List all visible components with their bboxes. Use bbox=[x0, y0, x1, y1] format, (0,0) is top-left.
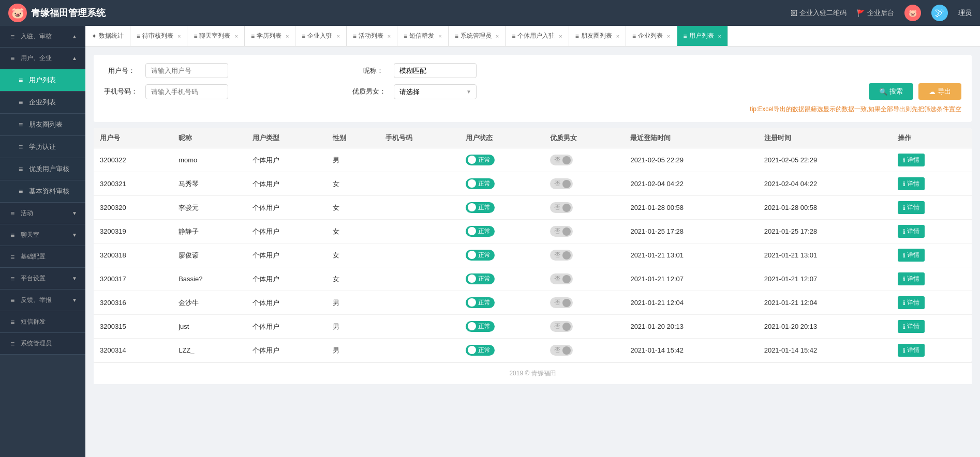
status-toggle[interactable]: 正常 bbox=[466, 155, 495, 165]
quality-toggle[interactable]: 否 bbox=[550, 202, 573, 213]
quality-toggle[interactable]: 否 bbox=[550, 155, 573, 165]
detail-button[interactable]: ℹ 详情 bbox=[898, 320, 925, 333]
tab-company-entry[interactable]: ≡ 企业入驻 × bbox=[295, 26, 346, 47]
detail-button[interactable]: ℹ 详情 bbox=[898, 225, 925, 238]
status-toggle[interactable]: 正常 bbox=[466, 345, 495, 356]
sidebar-item-activity[interactable]: ≡ 活动 ▼ bbox=[0, 203, 85, 224]
menu-icon: ≡ bbox=[8, 296, 17, 304]
tab-user-list[interactable]: ≡ 用户列表 × bbox=[677, 26, 728, 47]
quality-toggle[interactable]: 否 bbox=[550, 178, 573, 189]
quality-toggle[interactable]: 否 bbox=[550, 226, 573, 237]
quality-label: 否 bbox=[554, 322, 560, 331]
quality-toggle[interactable]: 否 bbox=[550, 345, 573, 356]
tab-icon: ≡ bbox=[575, 33, 579, 40]
th-gender: 性别 bbox=[326, 128, 379, 148]
user-label: 理员 bbox=[958, 8, 972, 18]
tab-enterprise-list[interactable]: ≡ 企业列表 × bbox=[626, 26, 677, 47]
status-toggle[interactable]: 正常 bbox=[466, 273, 495, 284]
sidebar-item-edu-verify[interactable]: ≡ 学历认证 bbox=[0, 136, 85, 158]
tab-close-icon[interactable]: × bbox=[286, 33, 289, 39]
th-phone: 手机号码 bbox=[379, 128, 459, 148]
tab-data-stats[interactable]: ✦ 数据统计 bbox=[85, 26, 130, 47]
enterprise-backend-btn[interactable]: 🚩 企业后台 bbox=[857, 8, 894, 18]
tab-close-icon[interactable]: × bbox=[388, 33, 391, 39]
sidebar-item-platform-settings[interactable]: ≡ 平台设置 ▼ bbox=[0, 268, 85, 290]
tab-pending-audit[interactable]: ≡ 待审核列表 × bbox=[130, 26, 187, 47]
qr-code-btn[interactable]: 🖼 企业入驻二维码 bbox=[791, 8, 847, 18]
menu-icon: ≡ bbox=[8, 54, 17, 63]
menu-icon: ≡ bbox=[17, 98, 25, 106]
menu-icon: ≡ bbox=[8, 275, 17, 283]
sidebar-item-sms-group[interactable]: ≡ 短信群发 bbox=[0, 311, 85, 333]
tab-activity-list[interactable]: ≡ 活动列表 × bbox=[347, 26, 397, 47]
sidebar-item-chatroom[interactable]: ≡ 聊天室 ▼ bbox=[0, 224, 85, 246]
sidebar-item-label: 活动 bbox=[21, 209, 33, 218]
sidebar-item-feedback[interactable]: ≡ 反馈、举报 ▼ bbox=[0, 290, 85, 311]
quality-select[interactable]: 请选择 是 否 bbox=[394, 84, 477, 99]
tab-close-icon[interactable]: × bbox=[667, 33, 670, 39]
sidebar-item-quality-audit[interactable]: ≡ 优质用户审核 bbox=[0, 158, 85, 180]
status-toggle[interactable]: 正常 bbox=[466, 202, 495, 213]
tab-close-icon[interactable]: × bbox=[496, 33, 499, 39]
cell-user-type: 个体用户 bbox=[246, 243, 326, 267]
sidebar-item-entry-audit[interactable]: ≡ 入驻、审核 ▲ bbox=[0, 26, 85, 48]
sidebar-item-user-list[interactable]: ≡ 用户列表 bbox=[0, 69, 85, 92]
detail-button[interactable]: ℹ 详情 bbox=[898, 344, 925, 357]
cell-user-type: 个体用户 bbox=[246, 291, 326, 315]
status-toggle[interactable]: 正常 bbox=[466, 250, 495, 261]
tab-close-icon[interactable]: × bbox=[177, 33, 181, 39]
tab-sys-manager[interactable]: ≡ 系统管理员 × bbox=[449, 26, 506, 47]
status-toggle[interactable]: 正常 bbox=[466, 297, 495, 308]
tab-close-icon[interactable]: × bbox=[438, 33, 441, 39]
tab-chat-room-list[interactable]: ≡ 聊天室列表 × bbox=[187, 26, 244, 47]
tab-close-icon[interactable]: × bbox=[559, 33, 562, 39]
info-icon: ℹ bbox=[903, 204, 905, 211]
sidebar-item-user-company[interactable]: ≡ 用户、企业 ▲ bbox=[0, 48, 85, 69]
sidebar-item-basic-config[interactable]: ≡ 基础配置 bbox=[0, 246, 85, 268]
detail-label: 详情 bbox=[907, 275, 919, 283]
tab-edu-list[interactable]: ≡ 学历列表 × bbox=[245, 26, 295, 47]
user-id-input[interactable] bbox=[145, 63, 228, 78]
tab-close-icon[interactable]: × bbox=[616, 33, 619, 39]
tab-label: 学历列表 bbox=[257, 32, 281, 40]
cell-reg-time: 2021-01-25 17:28 bbox=[758, 220, 892, 243]
status-toggle[interactable]: 正常 bbox=[466, 178, 495, 189]
tab-personal-entry[interactable]: ≡ 个体用户入驻 × bbox=[506, 26, 569, 47]
cell-reg-time: 2021-02-04 04:22 bbox=[758, 172, 892, 196]
quality-label: 否 bbox=[554, 227, 560, 236]
tab-sms-send[interactable]: ≡ 短信群发 × bbox=[397, 26, 448, 47]
detail-button[interactable]: ℹ 详情 bbox=[898, 154, 925, 166]
nickname-input[interactable] bbox=[394, 63, 477, 78]
avatar[interactable]: 🐷 bbox=[904, 5, 921, 21]
tab-close-icon[interactable]: × bbox=[336, 33, 339, 39]
quality-toggle[interactable]: 否 bbox=[550, 297, 573, 308]
quality-toggle[interactable]: 否 bbox=[550, 273, 573, 284]
detail-button[interactable]: ℹ 详情 bbox=[898, 201, 925, 214]
quality-toggle[interactable]: 否 bbox=[550, 321, 573, 332]
tab-close-icon[interactable]: × bbox=[234, 33, 237, 39]
detail-button[interactable]: ℹ 详情 bbox=[898, 249, 925, 262]
sidebar-item-basic-audit[interactable]: ≡ 基本资料审核 bbox=[0, 180, 85, 203]
status-toggle[interactable]: 正常 bbox=[466, 321, 495, 332]
tab-icon: ✦ bbox=[92, 33, 97, 40]
cell-quality: 否 bbox=[544, 267, 624, 291]
detail-button[interactable]: ℹ 详情 bbox=[898, 177, 925, 190]
cell-user-type: 个体用户 bbox=[246, 267, 326, 291]
tab-close-icon[interactable]: × bbox=[718, 33, 721, 39]
tab-moments-list[interactable]: ≡ 朋友圈列表 × bbox=[569, 26, 626, 47]
th-nickname: 昵称 bbox=[172, 128, 246, 148]
detail-button[interactable]: ℹ 详情 bbox=[898, 296, 925, 309]
sidebar-item-company-list[interactable]: ≡ 企业列表 bbox=[0, 92, 85, 114]
sidebar-item-sys-admin[interactable]: ≡ 系统管理员 bbox=[0, 333, 85, 355]
search-button[interactable]: 🔍 搜索 bbox=[869, 83, 913, 100]
sidebar-item-friend-circle[interactable]: ≡ 朋友圈列表 bbox=[0, 114, 85, 136]
table-row: 3200322 momo 个体用户 男 正常 否 2021-02-05 22:2… bbox=[94, 148, 972, 172]
export-button[interactable]: ☁ 导出 bbox=[918, 83, 961, 100]
status-label: 正常 bbox=[478, 251, 491, 260]
th-user-id: 用户号 bbox=[94, 128, 172, 148]
quality-toggle[interactable]: 否 bbox=[550, 250, 573, 261]
phone-input[interactable] bbox=[145, 84, 228, 99]
detail-button[interactable]: ℹ 详情 bbox=[898, 272, 925, 285]
menu-icon: ≡ bbox=[17, 76, 25, 84]
status-toggle[interactable]: 正常 bbox=[466, 226, 495, 237]
